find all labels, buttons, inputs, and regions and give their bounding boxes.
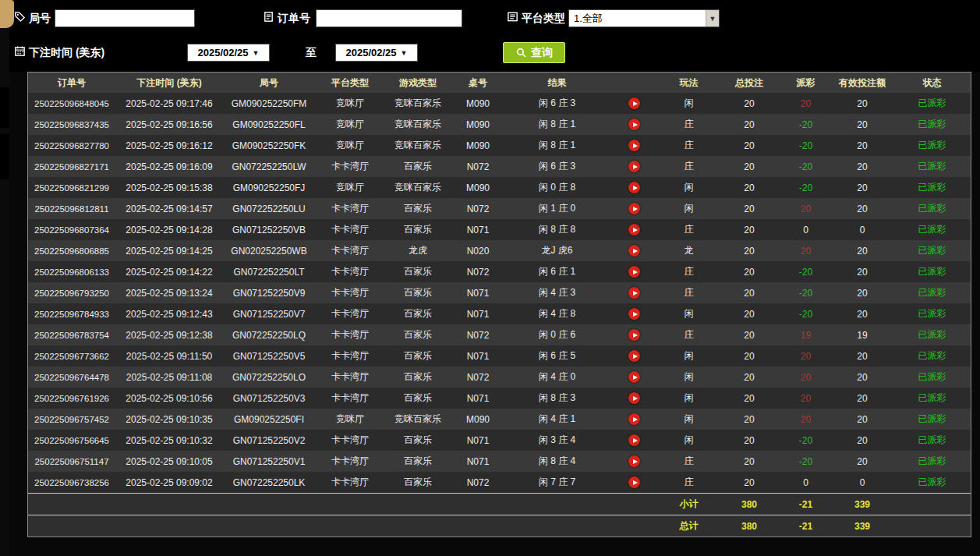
play-video-button[interactable] [628, 245, 640, 257]
play-icon [633, 270, 638, 274]
cell-game: 百家乐 [385, 261, 451, 282]
sidebar-collapse-tab[interactable] [0, 0, 14, 28]
play-icon [633, 165, 638, 169]
table-row: 2502250967644782025-02-25 09:11:08GN0722… [28, 367, 971, 388]
summary-empty-cell [505, 494, 609, 515]
cell-bet: 闲 [660, 93, 718, 114]
order-number-input[interactable] [316, 9, 462, 27]
platform-type-select[interactable]: 1.全部 ▼ [568, 9, 720, 27]
cell-total_bet: 20 [718, 282, 780, 303]
table-row: 2502250968068852025-02-25 09:14:25GN0202… [28, 240, 971, 261]
play-video-button[interactable] [628, 413, 640, 425]
cell-game: 百家乐 [385, 303, 451, 324]
cell-status: 已派彩 [893, 430, 971, 451]
cell-result: 龙J 虎6 [505, 240, 609, 261]
cell-bet: 闲 [660, 388, 718, 409]
play-cell [609, 135, 660, 156]
play-cell [609, 367, 660, 388]
cell-valid_bet: 20 [831, 303, 893, 324]
table-row: 2502250967619262025-02-25 09:10:56GN0712… [28, 388, 971, 409]
play-icon [633, 312, 638, 317]
play-video-button[interactable] [628, 308, 640, 320]
cell-status: 已派彩 [893, 156, 971, 177]
play-icon [633, 354, 638, 359]
cell-valid_bet: 20 [831, 240, 893, 261]
cell-status: 已派彩 [893, 282, 971, 303]
cell-status: 已派彩 [893, 345, 971, 367]
query-button[interactable]: 查询 [503, 42, 565, 63]
date-to-picker[interactable]: 2025/02/25▼ [335, 44, 418, 62]
cell-result: 闲 4 庄 1 [505, 409, 609, 430]
play-video-button[interactable] [628, 350, 640, 362]
cell-round: GN071252250V1 [223, 451, 315, 472]
play-video-button[interactable] [628, 203, 640, 214]
cell-bet: 闲 [660, 303, 718, 324]
cell-platform: 卡卡湾厅 [315, 345, 385, 367]
cell-payout: 20 [780, 240, 831, 261]
date-from-picker[interactable]: 2025/02/25▼ [187, 44, 270, 62]
platform-type-label: 平台类型 [522, 12, 565, 26]
cell-valid_bet: 20 [831, 261, 893, 282]
column-header-valid_bet: 有效投注额 [831, 73, 893, 93]
search-icon [515, 47, 527, 58]
play-video-button[interactable] [628, 287, 640, 299]
cell-valid_bet: 0 [831, 472, 893, 493]
play-video-button[interactable] [628, 329, 640, 341]
cell-order: 250225096806133 [28, 261, 115, 282]
cell-table_no: N071 [451, 219, 505, 240]
cell-valid_bet: 20 [831, 451, 893, 472]
play-video-button[interactable] [628, 266, 640, 278]
cell-result: 闲 8 庄 1 [505, 135, 609, 156]
cell-payout: -20 [780, 177, 831, 198]
play-video-button[interactable] [628, 161, 640, 172]
cell-payout: 0 [780, 219, 831, 240]
cell-bet: 庄 [660, 282, 718, 303]
cell-valid_bet: 19 [831, 324, 893, 345]
play-video-button[interactable] [628, 455, 640, 467]
table-summary: 小计380-21339总计380-21339 [28, 493, 971, 537]
cell-time: 2025-02-25 09:11:50 [115, 345, 223, 367]
play-video-button[interactable] [628, 119, 640, 130]
cell-table_no: N071 [451, 451, 505, 472]
column-header-order: 订单号 [28, 73, 115, 93]
cell-order: 250225096848045 [28, 93, 115, 114]
cell-result: 闲 4 庄 3 [505, 282, 609, 303]
cell-time: 2025-02-25 09:14:25 [115, 240, 223, 261]
play-video-button[interactable] [628, 182, 640, 193]
cell-valid_bet: 20 [831, 114, 893, 135]
play-video-button[interactable] [628, 140, 640, 151]
cell-order: 250225096784933 [28, 303, 115, 324]
cell-order: 250225096827780 [28, 135, 115, 156]
play-video-button[interactable] [628, 392, 640, 404]
cell-table_no: N071 [451, 282, 505, 303]
cell-game: 百家乐 [385, 324, 451, 345]
cell-table_no: N071 [451, 430, 505, 451]
table-row: 2502250967837542025-02-25 09:12:38GN0722… [28, 324, 971, 345]
play-cell [609, 303, 660, 324]
round-number-input[interactable] [55, 9, 195, 27]
cell-time: 2025-02-25 09:14:28 [115, 219, 223, 240]
summary-empty-cell [609, 494, 660, 515]
cell-round: GN072252250LW [223, 156, 315, 177]
play-icon [633, 333, 638, 338]
play-video-button[interactable] [628, 97, 640, 109]
play-cell [609, 451, 660, 472]
bet-records-table: 订单号下注时间 (美东)局号平台类型游戏类型桌号结果玩法总投注派彩有效投注额状态… [27, 72, 971, 537]
play-video-button[interactable] [628, 371, 640, 383]
play-icon [633, 438, 638, 443]
cell-time: 2025-02-25 09:17:46 [115, 93, 223, 114]
cell-platform: 卡卡湾厅 [315, 282, 385, 303]
cell-status: 已派彩 [893, 367, 971, 388]
cell-platform: 竞咪厅 [315, 114, 385, 135]
play-video-button[interactable] [628, 476, 640, 488]
tag-icon [14, 11, 26, 23]
cell-game: 百家乐 [385, 198, 451, 219]
play-video-button[interactable] [628, 434, 640, 446]
play-icon [633, 228, 638, 232]
play-icon [633, 186, 638, 190]
cell-time: 2025-02-25 09:10:35 [115, 409, 223, 430]
cell-round: GM090252250FL [223, 114, 315, 135]
date-to-value: 2025/02/25 [346, 47, 397, 58]
cell-bet: 庄 [660, 261, 718, 282]
play-video-button[interactable] [628, 224, 640, 236]
